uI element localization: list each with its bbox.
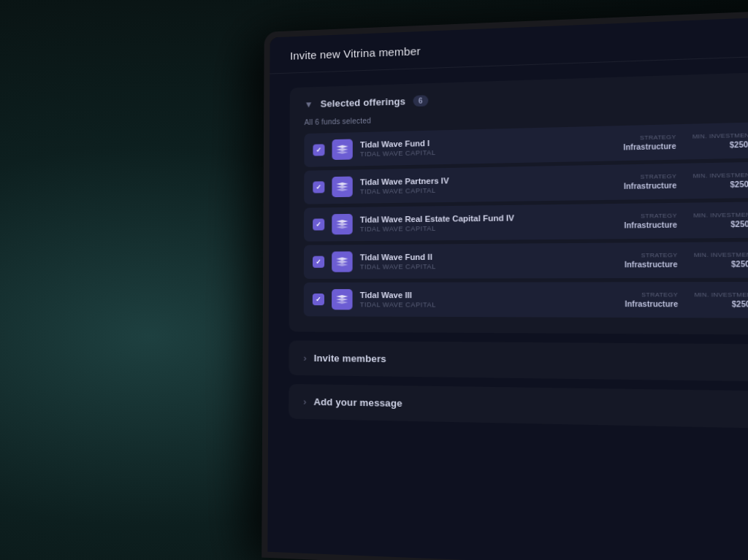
all-funds-label: All 6 funds selected xyxy=(305,106,748,126)
fund-meta-2: Strategy Infrastructure Min. Investment … xyxy=(624,211,748,229)
fund-logo-3 xyxy=(332,251,352,272)
fund-meta-0: Strategy Infrastructure Min. Investment … xyxy=(623,131,748,151)
fund-strategy-0: Strategy Infrastructure xyxy=(623,134,676,152)
fund-list: Tidal Wave Fund I TIDAL WAVE CAPITAL Str… xyxy=(304,122,748,318)
fund-info-1: Tidal Wave Partners IV TIDAL WAVE CAPITA… xyxy=(360,173,624,196)
fund-strategy-value-2: Infrastructure xyxy=(624,220,677,229)
fund-info-3: Tidal Wave Fund II TIDAL WAVE CAPITAL xyxy=(360,251,625,271)
fund-min-label-2: Min. Investment xyxy=(693,211,748,219)
fund-name-3: Tidal Wave Fund II xyxy=(360,251,625,261)
fund-min-investment-3: Min. Investment $250K xyxy=(694,251,748,269)
add-message-section: › Add your message xyxy=(289,384,748,429)
fund-min-investment-1: Min. Investment $250K xyxy=(692,172,748,190)
selected-offerings-section: ▼ Selected offerings 6 All 6 funds selec… xyxy=(289,72,748,334)
fund-row[interactable]: Tidal Wave Partners IV TIDAL WAVE CAPITA… xyxy=(304,162,748,204)
fund-row[interactable]: Tidal Wave Fund I TIDAL WAVE CAPITAL Str… xyxy=(304,122,748,167)
fund-min-value-3: $250K xyxy=(694,260,748,269)
fund-min-label-1: Min. Investment xyxy=(692,172,748,180)
fund-strategy-label-2: Strategy xyxy=(624,212,677,220)
fund-meta-1: Strategy Infrastructure Min. Investment … xyxy=(624,172,748,191)
app-ui: Invite new Vitrina member ▼ Selected off… xyxy=(267,16,748,560)
fund-name-2: Tidal Wave Real Estate Capital Fund IV xyxy=(360,212,624,223)
fund-info-2: Tidal Wave Real Estate Capital Fund IV T… xyxy=(360,212,625,233)
fund-logo-4 xyxy=(332,289,352,310)
fund-checkbox-3[interactable] xyxy=(313,256,324,268)
fund-logo-2 xyxy=(332,214,352,234)
fund-company-3: TIDAL WAVE CAPITAL xyxy=(360,262,625,271)
fund-strategy-label-4: Strategy xyxy=(625,291,678,299)
fund-row[interactable]: Tidal Wave III TIDAL WAVE CAPITAL Strate… xyxy=(304,282,748,318)
fund-strategy-2: Strategy Infrastructure xyxy=(624,212,677,230)
fund-strategy-value-0: Infrastructure xyxy=(623,142,676,151)
chevron-right-icon-2: › xyxy=(303,396,306,407)
fund-strategy-label-3: Strategy xyxy=(625,252,678,259)
fund-min-label-3: Min. Investment xyxy=(694,251,748,258)
fund-min-label-4: Min. Investment xyxy=(694,291,748,299)
fund-strategy-label-1: Strategy xyxy=(624,173,676,181)
fund-strategy-value-3: Infrastructure xyxy=(625,260,678,269)
fund-checkbox-4[interactable] xyxy=(313,294,324,305)
fund-min-investment-4: Min. Investment $250K xyxy=(694,291,748,309)
selected-offerings-body: All 6 funds selected Tidal Wave Fund I T… xyxy=(289,96,748,334)
fund-info-4: Tidal Wave III TIDAL WAVE CAPITAL xyxy=(360,291,625,309)
fund-row[interactable]: Tidal Wave Fund II TIDAL WAVE CAPITAL St… xyxy=(304,242,748,279)
invite-members-header[interactable]: › Invite members xyxy=(289,340,748,381)
page-title: Invite new Vitrina member xyxy=(290,45,421,62)
fund-checkbox-0[interactable] xyxy=(313,144,324,156)
fund-row[interactable]: Tidal Wave Real Estate Capital Fund IV T… xyxy=(304,202,748,241)
fund-company-4: TIDAL WAVE CAPITAL xyxy=(360,301,625,309)
fund-min-value-0: $250K xyxy=(692,140,748,150)
fund-min-label-0: Min. Investment xyxy=(692,131,748,140)
fund-logo-1 xyxy=(332,177,352,198)
fund-min-value-2: $250K xyxy=(693,220,748,229)
screen-bezel: Invite new Vitrina member ▼ Selected off… xyxy=(267,16,748,560)
chevron-down-icon: ▼ xyxy=(305,99,313,110)
fund-min-value-1: $250K xyxy=(693,180,748,189)
fund-name-4: Tidal Wave III xyxy=(360,291,625,300)
add-message-header[interactable]: › Add your message xyxy=(289,384,748,429)
screen-content: Invite new Vitrina member ▼ Selected off… xyxy=(267,16,748,560)
fund-min-value-4: $250K xyxy=(695,300,748,309)
fund-logo-0 xyxy=(332,139,352,160)
fund-info-0: Tidal Wave Fund I TIDAL WAVE CAPITAL xyxy=(360,134,624,158)
selected-offerings-badge: 6 xyxy=(413,95,428,107)
add-message-title: Add your message xyxy=(313,396,402,409)
fund-strategy-label-0: Strategy xyxy=(623,134,676,142)
fund-strategy-value-1: Infrastructure xyxy=(624,181,676,191)
chevron-right-icon: › xyxy=(304,353,307,363)
fund-strategy-1: Strategy Infrastructure xyxy=(624,173,677,191)
fund-strategy-3: Strategy Infrastructure xyxy=(625,252,678,269)
fund-checkbox-2[interactable] xyxy=(313,218,324,230)
invite-members-title: Invite members xyxy=(314,353,386,364)
fund-min-investment-2: Min. Investment $250K xyxy=(693,211,748,229)
fund-strategy-4: Strategy Infrastructure xyxy=(625,291,678,308)
fund-min-investment-0: Min. Investment $250K xyxy=(692,131,748,150)
fund-meta-4: Strategy Infrastructure Min. Investment … xyxy=(625,291,748,309)
fund-checkbox-1[interactable] xyxy=(313,181,324,193)
invite-members-section: › Invite members xyxy=(289,340,748,381)
fund-strategy-value-4: Infrastructure xyxy=(625,300,678,309)
laptop-body: Invite new Vitrina member ▼ Selected off… xyxy=(262,9,748,560)
fund-company-2: TIDAL WAVE CAPITAL xyxy=(360,223,625,233)
main-content: ▼ Selected offerings 6 All 6 funds selec… xyxy=(268,55,748,455)
fund-meta-3: Strategy Infrastructure Min. Investment … xyxy=(625,251,748,269)
